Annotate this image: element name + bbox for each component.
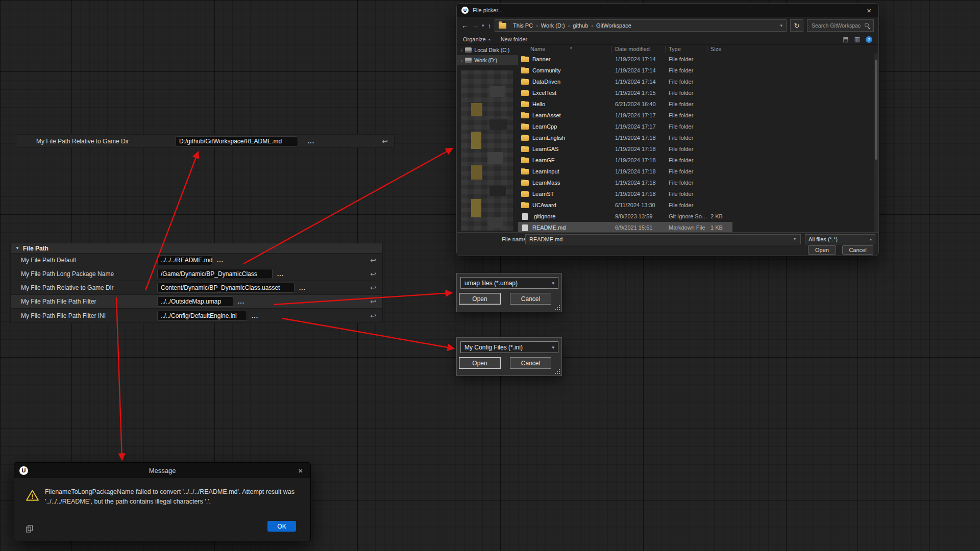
title-bar[interactable]: U File picker... × (457, 4, 878, 17)
file-row[interactable]: LearnGF 1/19/2024 17:18 File folder (518, 155, 878, 166)
column-header-size[interactable]: Size (707, 46, 748, 53)
forward-icon[interactable]: → (472, 22, 478, 30)
dialog-title: File picker... (473, 7, 860, 13)
file-type: File folder (666, 112, 707, 118)
file-row[interactable]: .gitignore 9/8/2023 13:59 Git Ignore Sou… (518, 211, 878, 222)
organize-button[interactable]: Organize ▾ (463, 36, 491, 42)
open-button[interactable]: Open (459, 293, 501, 305)
file-row[interactable]: Hello 6/21/2024 16:40 File folder (518, 98, 878, 110)
up-icon[interactable]: ↑ (488, 22, 492, 30)
file-date: 6/21/2024 16:40 (612, 101, 666, 107)
reset-to-default-icon[interactable]: ↩ (370, 312, 376, 320)
reset-to-default-icon[interactable]: ↩ (382, 137, 388, 145)
file-path-value[interactable]: Content/Dynamic/BP_DynamicClass.uasset (157, 283, 295, 293)
property-label: My File Path Relative to Game Dir (11, 284, 157, 291)
file-date: 1/19/2024 17:17 (612, 123, 666, 130)
warning-icon: ! (26, 489, 39, 504)
property-row: My File Path Relative to Game Dir Conten… (11, 281, 382, 295)
file-row[interactable]: UCAward 6/11/2024 13:30 File folder (518, 199, 878, 211)
help-icon[interactable]: ? (866, 36, 872, 43)
filetype-select[interactable]: All files (*.*) ▾ (805, 234, 875, 244)
file-size: 2 KB (707, 213, 748, 219)
file-row[interactable]: LearnInput 1/19/2024 17:18 File folder (518, 166, 878, 177)
preview-pane-icon[interactable]: ▥ (854, 36, 860, 43)
scrollbar-thumb[interactable] (875, 60, 877, 160)
reset-to-default-icon[interactable]: ↩ (370, 297, 376, 306)
address-chevron-down-icon[interactable]: ▾ (780, 23, 782, 28)
file-row[interactable]: ExcelTest 1/19/2024 17:15 File folder (518, 87, 878, 98)
close-icon[interactable]: × (296, 466, 305, 475)
new-folder-button[interactable]: New folder (501, 36, 528, 42)
back-icon[interactable]: ← (461, 22, 468, 30)
reset-to-default-icon[interactable]: ↩ (370, 284, 376, 292)
file-date: 1/19/2024 17:18 (612, 168, 666, 174)
copy-to-clipboard-icon[interactable] (26, 525, 33, 535)
refresh-button[interactable]: ↻ (790, 19, 803, 32)
file-row[interactable]: DataDriven 1/19/2024 17:14 File folder (518, 76, 878, 87)
filename-chevron-down-icon[interactable]: ▾ (794, 237, 796, 241)
column-header-name[interactable]: Name (518, 46, 612, 53)
file-row[interactable]: LearnGAS 1/19/2024 17:18 File folder (518, 143, 878, 155)
breadcrumb-work-d[interactable]: Work (D:) (541, 22, 565, 29)
svg-text:!: ! (32, 493, 34, 500)
folder-icon (521, 90, 529, 96)
breadcrumb[interactable]: This PC › Work (D:) › github › GitWorksp… (495, 19, 787, 32)
file-path-value[interactable]: /Game/Dynamic/BP_DynamicClass (157, 269, 273, 279)
reset-to-default-icon[interactable]: ↩ (370, 256, 376, 264)
browse-ellipsis-button[interactable]: ... (299, 284, 306, 291)
file-row[interactable]: LearnMass 1/19/2024 17:18 File folder (518, 177, 878, 188)
file-row[interactable]: LearnST 1/19/2024 17:18 File folder (518, 188, 878, 199)
browse-ellipsis-button[interactable]: ... (308, 138, 314, 145)
open-button[interactable]: Open (459, 357, 501, 369)
browse-ellipsis-button[interactable]: ... (252, 312, 258, 319)
file-filter-select[interactable]: My Config Files (*.ini) ▾ (460, 341, 558, 353)
filename-input[interactable] (525, 234, 801, 244)
sidebar-item-work-d[interactable]: › Work (D:) (457, 55, 518, 65)
file-filter-select[interactable]: umap files (*.umap) ▾ (460, 277, 558, 289)
file-name: Hello (532, 101, 545, 107)
file-path-value[interactable]: D:/github/GitWorkspace/README.md (176, 136, 298, 146)
cancel-button[interactable]: Cancel (510, 293, 551, 305)
unreal-logo-icon: U (461, 7, 469, 14)
breadcrumb-gitworkspace[interactable]: GitWorkspace (596, 22, 631, 29)
file-path-value[interactable]: ../../Config/DefaultEngine.ini (157, 311, 247, 321)
cancel-button[interactable]: Cancel (510, 357, 551, 369)
section-title: File Path (23, 245, 48, 252)
breadcrumb-github[interactable]: github (573, 22, 588, 29)
file-path-value[interactable]: ../../OutsideMap.umap (157, 296, 233, 307)
file-row-selected[interactable]: README.md 6/9/2021 15:51 Markdown File 1… (518, 222, 878, 233)
change-view-icon[interactable]: ▤ (843, 36, 848, 43)
file-row[interactable]: LearnCpp 1/19/2024 17:17 File folder (518, 121, 878, 132)
search-input[interactable] (811, 22, 862, 29)
property-row-relative-game-dir-top: My File Path Relative to Game Dir D:/git… (17, 134, 395, 148)
file-picker-dialog: U File picker... × ← → ▾ ↑ This PC › Wor… (456, 3, 879, 256)
resize-grip[interactable] (555, 305, 560, 311)
browse-ellipsis-button[interactable]: ... (238, 298, 244, 305)
crumb-separator-icon: › (568, 22, 570, 29)
reset-to-default-icon[interactable]: ↩ (370, 270, 376, 278)
browse-ellipsis-button[interactable]: ... (217, 257, 224, 264)
sidebar-item-local-disk-c[interactable]: › Local Disk (C:) (457, 45, 518, 55)
file-row[interactable]: LearnAsset 1/19/2024 17:17 File folder (518, 110, 878, 121)
file-row[interactable]: LearnEnglish 1/19/2024 17:18 File folder (518, 132, 878, 143)
section-header-file-path[interactable]: ▼ File Path (10, 243, 383, 254)
file-row[interactable]: Community 1/19/2024 17:14 File folder (518, 65, 878, 76)
resize-grip[interactable] (555, 369, 560, 374)
title-bar[interactable]: U Message × (14, 463, 310, 478)
history-chevron-down-icon[interactable]: ▾ (482, 23, 484, 28)
open-button[interactable]: Open (808, 245, 836, 255)
breadcrumb-this-pc[interactable]: This PC (513, 22, 533, 29)
column-header-date-modified[interactable]: Date modified (612, 46, 666, 53)
browse-ellipsis-button[interactable]: ... (277, 270, 284, 278)
file-path-text: D:/github/GitWorkspace/README.md (179, 138, 282, 145)
file-path-value[interactable]: ../../../README.md (157, 255, 212, 265)
scrollbar[interactable] (874, 54, 878, 233)
file-row[interactable]: Banner 1/19/2024 17:14 File folder (518, 54, 878, 65)
cancel-button[interactable]: Cancel (842, 245, 873, 255)
ok-button[interactable]: OK (267, 521, 296, 532)
file-type: File folder (666, 67, 707, 73)
close-icon[interactable]: × (864, 6, 874, 15)
file-date: 1/19/2024 17:18 (612, 191, 666, 197)
places-sidebar: › Local Disk (C:) › Work (D:) (457, 45, 518, 232)
column-header-type[interactable]: Type (666, 46, 707, 53)
